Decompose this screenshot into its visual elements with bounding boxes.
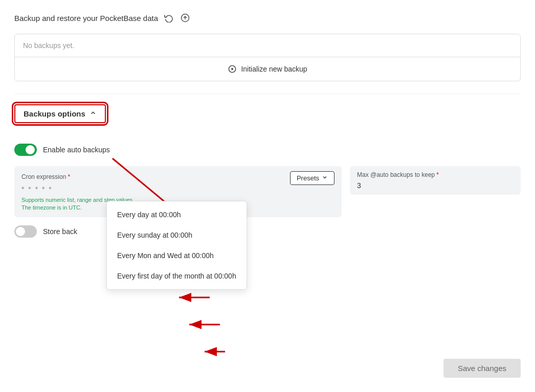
cron-form-row: Cron expression * Presets * * * * * Supp… <box>14 166 521 217</box>
upload-icon[interactable] <box>180 12 191 24</box>
preset-item-1[interactable]: Every sunday at 00:00h <box>107 225 247 245</box>
store-backups-label: Store back <box>43 227 77 236</box>
cron-field-label: Cron expression * <box>21 173 70 180</box>
presets-button[interactable]: Presets <box>290 171 335 185</box>
preset-item-3[interactable]: Every first day of the month at 00:00h <box>107 266 247 286</box>
cron-field-value[interactable]: * * * * * <box>21 185 335 193</box>
backups-options-label: Backups options <box>24 109 85 118</box>
section-divider <box>14 94 521 94</box>
auto-backup-label: Enable auto backups <box>43 146 110 154</box>
auto-backup-toggle[interactable] <box>14 144 37 156</box>
max-backups-field: Max @auto backups to keep * 3 <box>350 166 521 195</box>
svg-marker-3 <box>232 67 234 70</box>
play-icon <box>228 64 237 74</box>
backups-options-button[interactable]: Backups options <box>14 104 106 123</box>
save-changes-button[interactable]: Save changes <box>443 359 521 378</box>
store-backups-toggle[interactable] <box>14 225 37 238</box>
save-changes-label: Save changes <box>458 364 506 373</box>
presets-dropdown: Every day at 00:00h Every sunday at 00:0… <box>106 201 247 290</box>
chevron-up-icon <box>90 109 97 118</box>
page-title: Backup and restore your PocketBase data <box>14 14 158 22</box>
initialize-backup-label: Initialize new backup <box>241 65 307 73</box>
auto-backup-section: Enable auto backups <box>14 144 521 156</box>
backups-container: No backups yet. Initialize new backup <box>14 34 521 81</box>
preset-item-2[interactable]: Every Mon and Wed at 00:00h <box>107 245 247 266</box>
toggle-slider <box>14 144 37 156</box>
page: Backup and restore your PocketBase data … <box>0 0 535 392</box>
store-toggle-slider <box>14 225 37 238</box>
max-backups-value[interactable]: 3 <box>357 181 514 190</box>
preset-item-0[interactable]: Every day at 00:00h <box>107 204 247 225</box>
no-backups-message: No backups yet. <box>15 34 520 57</box>
presets-label: Presets <box>297 174 319 182</box>
page-header: Backup and restore your PocketBase data <box>14 12 521 24</box>
store-backups-section: Store back <box>14 225 521 238</box>
cron-field-header: Cron expression * Presets <box>21 171 335 185</box>
chevron-down-icon <box>322 174 328 182</box>
max-backups-label: Max @auto backups to keep * <box>357 171 514 178</box>
max-required-indicator: * <box>436 171 439 178</box>
required-indicator: * <box>68 173 70 180</box>
initialize-backup-row[interactable]: Initialize new backup <box>15 57 520 81</box>
refresh-icon[interactable] <box>163 12 174 24</box>
